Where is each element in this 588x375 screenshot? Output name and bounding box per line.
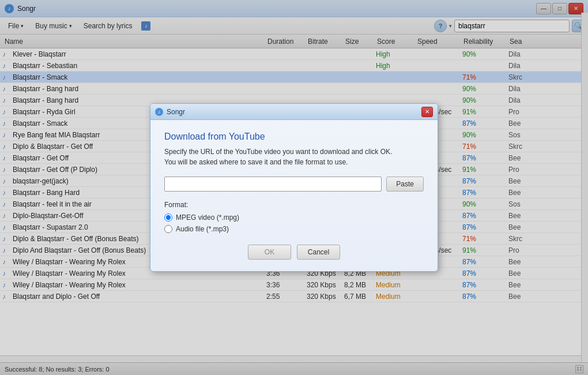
dialog-buttons: OK Cancel — [164, 245, 424, 260]
audio-label: Audio file (*.mp3) — [176, 225, 229, 233]
url-input[interactable] — [164, 177, 382, 192]
dialog-body: Download from YouTube Specify the URL of… — [150, 120, 438, 271]
dialog: ♪ Songr ✕ Download from YouTube Specify … — [150, 103, 438, 272]
format-radio-group: MPEG video (*.mpg) Audio file (*.mp3) — [164, 213, 424, 233]
dialog-title: Songr — [167, 108, 185, 116]
url-row: Paste — [164, 177, 424, 192]
ok-button[interactable]: OK — [248, 245, 291, 260]
dialog-description: Specify the URL of the YouTube video you… — [164, 147, 424, 167]
cancel-button[interactable]: Cancel — [297, 245, 340, 260]
dialog-close-button[interactable]: ✕ — [421, 107, 433, 117]
mpeg-radio[interactable] — [164, 213, 172, 222]
format-label: Format: — [164, 201, 424, 209]
modal-overlay: ♪ Songr ✕ Download from YouTube Specify … — [0, 0, 588, 375]
paste-button[interactable]: Paste — [386, 177, 424, 192]
dialog-title-bar: ♪ Songr ✕ — [150, 104, 438, 120]
dialog-icon: ♪ — [155, 108, 163, 116]
dialog-heading: Download from YouTube — [164, 132, 424, 142]
mpeg-label: MPEG video (*.mpg) — [176, 213, 239, 222]
audio-radio[interactable] — [164, 225, 172, 233]
mpeg-format-option[interactable]: MPEG video (*.mpg) — [164, 213, 424, 222]
audio-format-option[interactable]: Audio file (*.mp3) — [164, 225, 424, 233]
